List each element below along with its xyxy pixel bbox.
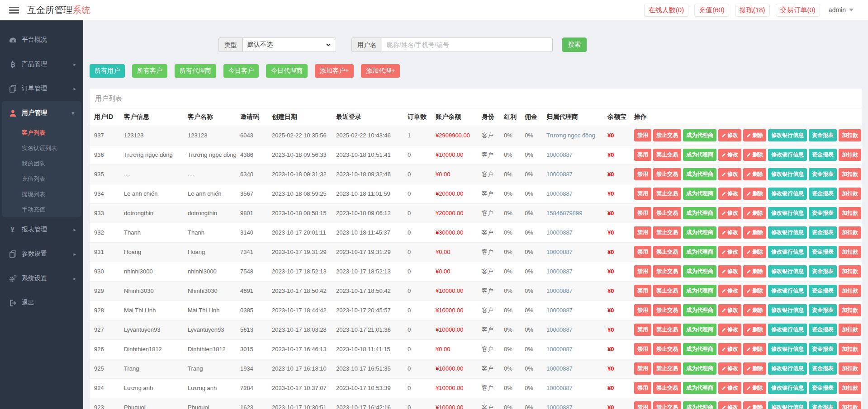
action-delete-button[interactable]: 删除 <box>743 129 766 141</box>
action-make-agent-button[interactable]: 成为代理商 <box>683 362 716 375</box>
sidebar-subitem-recharge-list[interactable]: 充值列表 <box>2 171 81 187</box>
action-edit-bank-button[interactable]: 修改银行信息 <box>768 324 807 336</box>
action-delete-button[interactable]: 删除 <box>743 324 766 336</box>
action-make-agent-button[interactable]: 成为代理商 <box>683 226 716 239</box>
action-ban-trade-button[interactable]: 禁止交易 <box>653 129 681 141</box>
action-fund-report-button[interactable]: 资金报表 <box>809 226 837 239</box>
today-agents-button[interactable]: 今日代理商 <box>266 64 308 78</box>
action-edit-bank-button[interactable]: 修改银行信息 <box>768 343 807 355</box>
action-edit-bank-button[interactable]: 修改银行信息 <box>768 401 807 409</box>
action-edit-bank-button[interactable]: 修改银行信息 <box>768 265 807 277</box>
action-delete-button[interactable]: 删除 <box>743 401 766 409</box>
action-ban-trade-button[interactable]: 禁止交易 <box>653 324 681 336</box>
action-disable-button[interactable]: 禁用 <box>634 168 651 180</box>
action-edit-bank-button[interactable]: 修改银行信息 <box>768 285 807 297</box>
action-disable-button[interactable]: 禁用 <box>634 343 651 355</box>
action-edit-bank-button[interactable]: 修改银行信息 <box>768 362 807 375</box>
cell-agent[interactable]: 10000887 <box>542 301 603 320</box>
action-delete-button[interactable]: 删除 <box>743 149 766 161</box>
stat-chip-withdraw[interactable]: 提现(18) <box>735 4 770 17</box>
action-delete-button[interactable]: 删除 <box>743 343 766 355</box>
action-edit-bank-button[interactable]: 修改银行信息 <box>768 149 807 161</box>
action-edit-bank-button[interactable]: 修改银行信息 <box>768 246 807 258</box>
action-adjust-funds-button[interactable]: 加扣款 <box>839 304 861 316</box>
action-edit-button[interactable]: 修改 <box>718 188 741 200</box>
action-fund-report-button[interactable]: 资金报表 <box>809 382 837 394</box>
action-adjust-funds-button[interactable]: 加扣款 <box>839 382 861 394</box>
action-make-agent-button[interactable]: 成为代理商 <box>683 324 716 336</box>
action-ban-trade-button[interactable]: 禁止交易 <box>653 382 681 394</box>
action-edit-button[interactable]: 修改 <box>718 382 741 394</box>
action-adjust-funds-button[interactable]: 加扣款 <box>839 168 861 180</box>
action-fund-report-button[interactable]: 资金报表 <box>809 362 837 375</box>
add-agent-button[interactable]: 添加代理+ <box>361 64 400 78</box>
action-delete-button[interactable]: 删除 <box>743 188 766 200</box>
action-edit-button[interactable]: 修改 <box>718 343 741 355</box>
action-ban-trade-button[interactable]: 禁止交易 <box>653 246 681 258</box>
action-edit-bank-button[interactable]: 修改银行信息 <box>768 382 807 394</box>
sidebar-subitem-customer-list[interactable]: 客户列表 <box>2 125 81 141</box>
action-edit-button[interactable]: 修改 <box>718 304 741 316</box>
cell-agent[interactable]: 10000887 <box>542 320 603 339</box>
action-edit-bank-button[interactable]: 修改银行信息 <box>768 168 807 180</box>
action-adjust-funds-button[interactable]: 加扣款 <box>839 285 861 297</box>
action-edit-button[interactable]: 修改 <box>718 129 741 141</box>
action-delete-button[interactable]: 删除 <box>743 226 766 239</box>
action-make-agent-button[interactable]: 成为代理商 <box>683 149 716 161</box>
action-fund-report-button[interactable]: 资金报表 <box>809 188 837 200</box>
search-button[interactable]: 搜索 <box>562 38 587 52</box>
action-make-agent-button[interactable]: 成为代理商 <box>683 188 716 200</box>
action-ban-trade-button[interactable]: 禁止交易 <box>653 168 681 180</box>
action-disable-button[interactable]: 禁用 <box>634 362 651 375</box>
action-adjust-funds-button[interactable]: 加扣款 <box>839 265 861 277</box>
action-ban-trade-button[interactable]: 禁止交易 <box>653 401 681 409</box>
action-ban-trade-button[interactable]: 禁止交易 <box>653 304 681 316</box>
action-fund-report-button[interactable]: 资金报表 <box>809 285 837 297</box>
action-adjust-funds-button[interactable]: 加扣款 <box>839 401 861 409</box>
action-delete-button[interactable]: 删除 <box>743 285 766 297</box>
action-adjust-funds-button[interactable]: 加扣款 <box>839 188 861 200</box>
action-ban-trade-button[interactable]: 禁止交易 <box>653 188 681 200</box>
action-make-agent-button[interactable]: 成为代理商 <box>683 343 716 355</box>
action-edit-bank-button[interactable]: 修改银行信息 <box>768 129 807 141</box>
sidebar-subitem-manual-recharge[interactable]: 手动充值 <box>2 202 81 217</box>
hamburger-menu-icon[interactable] <box>9 5 19 15</box>
all-users-button[interactable]: 所有用户 <box>90 64 125 78</box>
action-adjust-funds-button[interactable]: 加扣款 <box>839 226 861 239</box>
sidebar-item-parameter-settings[interactable]: 参数设置▸ <box>0 242 83 266</box>
action-adjust-funds-button[interactable]: 加扣款 <box>839 129 861 141</box>
action-make-agent-button[interactable]: 成为代理商 <box>683 265 716 277</box>
action-make-agent-button[interactable]: 成为代理商 <box>683 168 716 180</box>
action-make-agent-button[interactable]: 成为代理商 <box>683 129 716 141</box>
sidebar-subitem-my-team[interactable]: 我的团队 <box>2 156 81 171</box>
cell-agent[interactable]: 10000887 <box>542 398 603 409</box>
action-ban-trade-button[interactable]: 禁止交易 <box>653 149 681 161</box>
action-edit-button[interactable]: 修改 <box>718 324 741 336</box>
action-ban-trade-button[interactable]: 禁止交易 <box>653 362 681 375</box>
action-fund-report-button[interactable]: 资金报表 <box>809 304 837 316</box>
action-disable-button[interactable]: 禁用 <box>634 226 651 239</box>
cell-agent[interactable]: 10000887 <box>542 262 603 281</box>
sidebar-item-product-management[interactable]: B产品管理▸ <box>0 52 83 76</box>
action-edit-bank-button[interactable]: 修改银行信息 <box>768 188 807 200</box>
stat-chip-trade-orders[interactable]: 交易订单(0) <box>776 4 820 17</box>
username-input[interactable] <box>382 38 553 52</box>
action-ban-trade-button[interactable]: 禁止交易 <box>653 207 681 219</box>
action-adjust-funds-button[interactable]: 加扣款 <box>839 149 861 161</box>
action-make-agent-button[interactable]: 成为代理商 <box>683 304 716 316</box>
action-delete-button[interactable]: 删除 <box>743 362 766 375</box>
action-edit-button[interactable]: 修改 <box>718 362 741 375</box>
action-edit-button[interactable]: 修改 <box>718 149 741 161</box>
sidebar-item-platform-overview[interactable]: 平台概况 <box>0 28 83 52</box>
action-disable-button[interactable]: 禁用 <box>634 188 651 200</box>
sidebar-item-user-management[interactable]: 用户管理▾ <box>2 101 81 125</box>
action-fund-report-button[interactable]: 资金报表 <box>809 246 837 258</box>
cell-agent[interactable]: 10000887 <box>542 359 603 378</box>
action-disable-button[interactable]: 禁用 <box>634 285 651 297</box>
action-ban-trade-button[interactable]: 禁止交易 <box>653 285 681 297</box>
admin-dropdown[interactable]: admin <box>829 6 854 14</box>
action-make-agent-button[interactable]: 成为代理商 <box>683 285 716 297</box>
add-customer-button[interactable]: 添加客户+ <box>315 64 354 78</box>
cell-agent[interactable]: 10000887 <box>542 184 603 203</box>
action-disable-button[interactable]: 禁用 <box>634 265 651 277</box>
